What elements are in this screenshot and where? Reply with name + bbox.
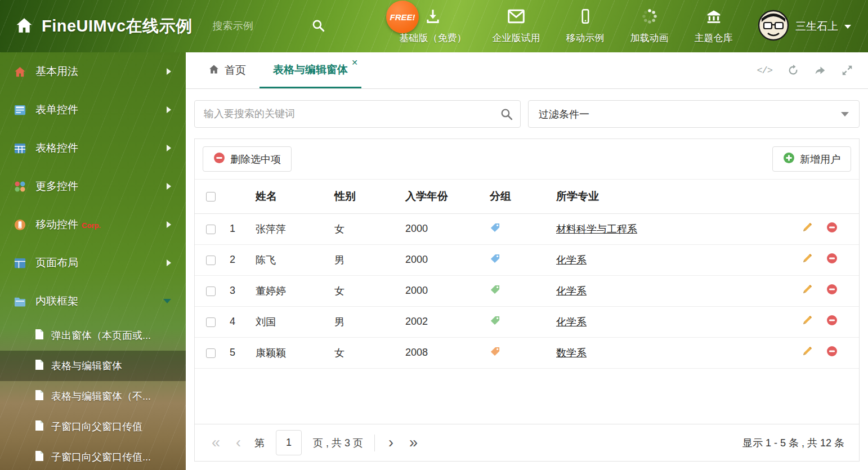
- tag-icon: [490, 255, 500, 266]
- tag-icon: [490, 286, 500, 297]
- username: 三生石上: [795, 19, 838, 34]
- search-icon[interactable]: [499, 107, 513, 123]
- edit-icon[interactable]: [802, 222, 813, 233]
- brand[interactable]: FineUIMvc在线示例: [0, 15, 193, 38]
- sidebar-item-basic-usage[interactable]: 基本用法: [0, 52, 186, 91]
- tab-label: 表格与编辑窗体: [273, 62, 348, 77]
- app-title: FineUIMvc在线示例: [42, 15, 193, 38]
- sidebar-subitem-grid-edit-window-2[interactable]: 表格与编辑窗体（不...: [0, 381, 186, 411]
- column-major: 所学专业: [553, 180, 793, 213]
- filter-row: 过滤条件一: [194, 100, 860, 128]
- filter-dropdown[interactable]: 过滤条件一: [528, 100, 860, 128]
- major-link[interactable]: 化学系: [556, 285, 587, 297]
- avatar: [758, 10, 789, 43]
- edit-icon[interactable]: [802, 284, 813, 295]
- sidebar-subitem-label: 弹出窗体（本页面或...: [51, 329, 151, 342]
- sidebar-subitem-label: 表格与编辑窗体（不...: [51, 390, 151, 403]
- page-prefix-label: 第: [254, 436, 265, 450]
- delete-icon[interactable]: [826, 284, 838, 295]
- major-link[interactable]: 材料科学与工程系: [556, 223, 637, 235]
- delete-selected-button[interactable]: 删除选中项: [203, 146, 292, 172]
- app: FineUIMvc在线示例 FREE! 基础版（免费） 企业版试用: [0, 0, 868, 470]
- cell-gender: 女: [331, 337, 402, 368]
- cell-year: 2000: [402, 275, 486, 306]
- nav-basic-free[interactable]: 基础版（免费）: [400, 8, 467, 44]
- edit-icon[interactable]: [802, 346, 813, 357]
- chevron-right-icon: [167, 68, 171, 75]
- prev-page-button[interactable]: ‹: [234, 435, 243, 450]
- sidebar-subitem-child-to-parent[interactable]: 子窗口向父窗口传值: [0, 411, 186, 442]
- row-index: 5: [226, 337, 252, 368]
- sidebar-subitem-popup-window[interactable]: 弹出窗体（本页面或...: [0, 320, 186, 351]
- nav-loading-animation[interactable]: 加载动画: [630, 8, 669, 44]
- refresh-icon[interactable]: [787, 64, 799, 77]
- page-content: 过滤条件一 删除选中项 新增用户: [186, 89, 868, 470]
- sidebar-item-label: 移动控件Corp.: [35, 217, 167, 232]
- cell-group: [486, 213, 553, 244]
- tab-grid-edit-window[interactable]: 表格与编辑窗体 ✕: [259, 52, 361, 88]
- sidebar-item-mobile-controls[interactable]: 移动控件Corp.: [0, 205, 186, 244]
- search-icon[interactable]: [311, 18, 325, 35]
- cell-name: 康颖颖: [252, 337, 331, 368]
- tabbar-tools: </>: [757, 52, 868, 88]
- minus-circle-icon: [213, 152, 225, 167]
- download-icon: [424, 8, 441, 28]
- code-icon[interactable]: </>: [757, 65, 772, 76]
- nav-mobile-demo[interactable]: 移动示例: [566, 8, 605, 44]
- row-index: 4: [226, 306, 252, 337]
- sidebar-subitem-grid-edit-window[interactable]: 表格与编辑窗体: [0, 351, 186, 381]
- sidebar-subitem-child-to-parent-2[interactable]: 子窗口向父窗口传值...: [0, 442, 186, 470]
- select-all-checkbox[interactable]: [206, 192, 216, 202]
- edit-icon[interactable]: [802, 253, 813, 264]
- tag-icon: [490, 224, 500, 235]
- row-checkbox[interactable]: [206, 317, 216, 327]
- tag-icon: [490, 317, 500, 328]
- row-checkbox[interactable]: [206, 287, 216, 296]
- sidebar-item-more-controls[interactable]: 更多控件: [0, 167, 186, 205]
- major-link[interactable]: 化学系: [556, 316, 587, 328]
- sidebar-item-page-layout[interactable]: 页面布局: [0, 244, 186, 282]
- row-checkbox[interactable]: [206, 225, 216, 234]
- home-icon: [208, 64, 220, 78]
- row-checkbox[interactable]: [206, 348, 216, 358]
- home-icon: [14, 65, 26, 78]
- user-menu[interactable]: 三生石上: [758, 10, 868, 43]
- row-index: 1: [226, 213, 252, 244]
- expand-icon[interactable]: [841, 64, 853, 77]
- row-checkbox[interactable]: [206, 256, 216, 265]
- table-row: 5 康颖颖 女 2008 数学系: [195, 337, 859, 368]
- edit-icon[interactable]: [802, 315, 813, 326]
- add-user-button[interactable]: 新增用户: [772, 146, 851, 172]
- last-page-button[interactable]: »: [407, 435, 420, 450]
- delete-icon[interactable]: [826, 222, 838, 233]
- header-search-input[interactable]: [213, 20, 308, 32]
- major-link[interactable]: 化学系: [556, 254, 587, 266]
- sidebar-item-grid-controls[interactable]: 表格控件: [0, 129, 186, 167]
- cell-gender: 女: [331, 275, 402, 306]
- cell-year: 2002: [402, 306, 486, 337]
- sidebar-item-iframe[interactable]: 内联框架: [0, 282, 186, 320]
- filter-selected-value: 过滤条件一: [539, 108, 589, 121]
- column-gender: 性别: [331, 180, 402, 213]
- next-page-button[interactable]: ›: [386, 435, 396, 450]
- major-link[interactable]: 数学系: [556, 347, 587, 359]
- share-icon[interactable]: [814, 64, 826, 77]
- nav-theme-repo[interactable]: 主题仓库: [695, 8, 733, 44]
- first-page-button[interactable]: «: [209, 435, 222, 450]
- chevron-right-icon: [167, 259, 171, 266]
- delete-icon[interactable]: [826, 253, 838, 264]
- keyword-search-input[interactable]: [194, 100, 521, 128]
- chevron-right-icon: [167, 145, 171, 151]
- sidebar-item-form-controls[interactable]: 表单控件: [0, 91, 186, 129]
- file-icon: [35, 420, 44, 434]
- close-icon[interactable]: ✕: [351, 58, 358, 67]
- cell-group: [486, 244, 553, 275]
- page-number-input[interactable]: [276, 430, 302, 455]
- delete-icon[interactable]: [826, 315, 838, 326]
- tab-home[interactable]: 首页: [195, 52, 259, 88]
- delete-icon[interactable]: [826, 346, 838, 357]
- chevron-right-icon: [167, 106, 171, 113]
- column-index: [226, 180, 252, 213]
- nav-enterprise-trial[interactable]: 企业版试用: [493, 8, 540, 44]
- column-group: 分组: [486, 180, 553, 213]
